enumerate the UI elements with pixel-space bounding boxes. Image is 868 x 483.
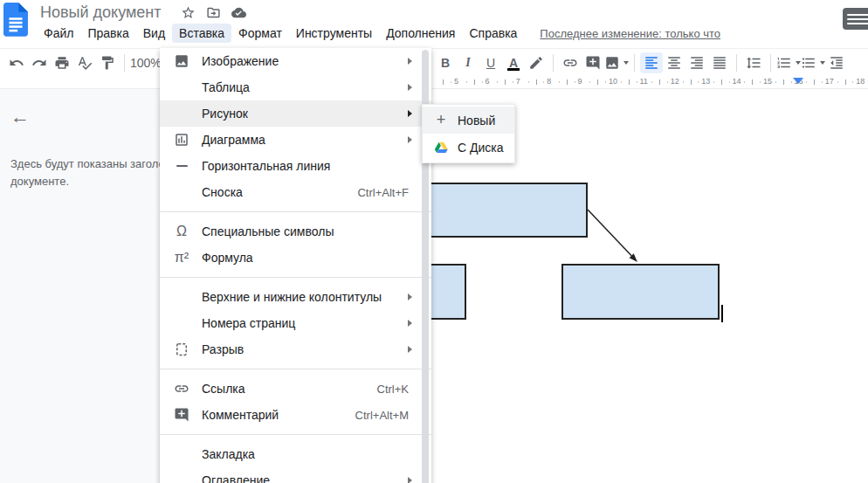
insert-menu-item-диаграмма[interactable]: Диаграмма bbox=[160, 127, 431, 153]
ruler-number: 8 bbox=[547, 77, 551, 86]
ruler-tick bbox=[505, 79, 506, 85]
menu-separator bbox=[160, 369, 431, 369]
menubar-item-формат[interactable]: Формат bbox=[231, 24, 289, 43]
underline-button[interactable]: U bbox=[479, 52, 502, 73]
close-outline-button[interactable]: ← bbox=[10, 108, 30, 126]
menubar-item-правка[interactable]: Правка bbox=[80, 24, 135, 43]
undo-icon bbox=[9, 55, 24, 71]
star-icon[interactable] bbox=[181, 5, 196, 20]
line-spacing-icon[interactable] bbox=[742, 52, 765, 73]
menubar-item-файл[interactable]: Файл bbox=[37, 24, 80, 43]
menu-item-label: Рисунок bbox=[202, 107, 248, 121]
insert-menu-item-горизонтальная-линия[interactable]: Горизонтальная линия bbox=[160, 153, 431, 179]
ruler-number: 5 bbox=[454, 77, 458, 86]
italic-button[interactable]: I bbox=[457, 52, 479, 73]
ruler-tick bbox=[559, 81, 560, 83]
text-cursor bbox=[721, 305, 723, 322]
insert-image-icon[interactable] bbox=[604, 52, 629, 73]
menubar-item-дополнения[interactable]: Дополнения bbox=[379, 24, 462, 43]
ruler-tick bbox=[629, 79, 630, 85]
docs-logo-icon[interactable] bbox=[3, 3, 28, 36]
ruler-tick bbox=[783, 79, 784, 85]
insert-menu-item-сноска[interactable]: СноскаCtrl+Alt+F bbox=[160, 179, 431, 205]
cloud-status-icon[interactable] bbox=[231, 5, 246, 20]
insert-menu-item-рисунок[interactable]: Рисунок bbox=[160, 100, 431, 127]
menu-item-label: Оглавление bbox=[202, 473, 270, 483]
bullet-list-icon[interactable] bbox=[801, 52, 825, 73]
ruler-tick bbox=[775, 81, 776, 83]
highlight-icon[interactable] bbox=[525, 52, 548, 73]
spellcheck-icon[interactable] bbox=[73, 52, 96, 73]
ruler-tick bbox=[659, 79, 660, 85]
insert-menu-item-разрыв[interactable]: Разрыв bbox=[160, 336, 431, 362]
ruler: 56789101112131415161718 bbox=[0, 76, 868, 89]
undo-icon[interactable] bbox=[5, 52, 28, 73]
ruler-tick bbox=[814, 79, 815, 85]
toolbar-separator bbox=[736, 54, 737, 72]
menu-item-label: Комментарий bbox=[202, 408, 279, 422]
numbered-list-icon[interactable] bbox=[776, 52, 801, 73]
paint-format-icon[interactable] bbox=[96, 52, 119, 73]
ruler-tick bbox=[698, 81, 699, 83]
move-folder-icon[interactable] bbox=[206, 5, 221, 20]
menu-separator bbox=[160, 434, 431, 435]
menu-item-label: Номера страниц bbox=[202, 316, 295, 330]
ruler-tick bbox=[667, 81, 668, 83]
insert-menu-item-таблица[interactable]: Таблица bbox=[160, 74, 431, 100]
insert-menu-item-специальные-символы[interactable]: ΩСпециальные символы bbox=[160, 218, 431, 245]
spellcheck-icon bbox=[77, 55, 93, 71]
insert-link-icon[interactable] bbox=[559, 52, 582, 73]
ruler-indent-marker[interactable] bbox=[793, 78, 803, 84]
drawing-submenu: +НовыйС Диска bbox=[422, 104, 515, 163]
insert-menu-item-изображение[interactable]: Изображение bbox=[160, 48, 431, 74]
print-icon bbox=[54, 55, 70, 71]
print-icon[interactable] bbox=[51, 52, 73, 73]
toolbar: 100% BIUA bbox=[0, 48, 868, 77]
submenu-item-label: С Диска bbox=[458, 141, 504, 155]
insert-menu-item-номера-страниц[interactable]: Номера страниц bbox=[160, 310, 431, 336]
ruler-tick bbox=[482, 81, 483, 83]
outline-panel: ← Здесь будут показаны заголо документе. bbox=[0, 89, 162, 483]
submenu-item-label: Новый bbox=[458, 114, 495, 128]
menubar-item-справка[interactable]: Справка bbox=[462, 24, 524, 43]
menu-item-label: Таблица bbox=[202, 80, 250, 94]
drawing-submenu-item-новый[interactable]: +Новый bbox=[423, 107, 514, 134]
insert-menu-item-комментарий[interactable]: КомментарийCtrl+Alt+M bbox=[160, 402, 431, 428]
last-edit-link[interactable]: Последнее изменение: только что bbox=[540, 27, 720, 40]
redo-icon[interactable] bbox=[28, 52, 51, 73]
justify-icon[interactable] bbox=[708, 52, 731, 73]
menu-item-label: Сноска bbox=[202, 185, 243, 199]
horizontal-line-icon bbox=[172, 165, 191, 167]
bold-button[interactable]: B bbox=[434, 52, 457, 73]
submenu-arrow-icon bbox=[408, 136, 412, 143]
insert-menu-item-оглавление[interactable]: Оглавление bbox=[160, 467, 431, 483]
menu-separator bbox=[160, 277, 431, 278]
align-right-icon[interactable] bbox=[685, 52, 708, 73]
insert-menu-item-закладка[interactable]: Закладка bbox=[160, 441, 431, 467]
redo-icon bbox=[31, 55, 47, 71]
ruler-number: 6 bbox=[485, 77, 489, 86]
document-title[interactable]: Новый документ bbox=[40, 3, 162, 22]
menubar-item-инструменты[interactable]: Инструменты bbox=[289, 24, 379, 43]
menubar-item-вид[interactable]: Вид bbox=[136, 24, 172, 43]
toolbar-separator bbox=[553, 54, 554, 72]
insert-menu-item-формула[interactable]: π²Формула bbox=[160, 245, 431, 271]
ruler-tick bbox=[597, 79, 598, 85]
menubar-item-вставка[interactable]: Вставка bbox=[172, 24, 231, 43]
text-color-button[interactable]: A bbox=[502, 52, 525, 73]
submenu-arrow-icon bbox=[408, 293, 412, 300]
outdent-icon[interactable] bbox=[825, 52, 848, 73]
insert-comment-icon[interactable] bbox=[582, 52, 604, 73]
insert-menu-item-ссылка[interactable]: СсылкаCtrl+K bbox=[160, 376, 431, 402]
menu-separator bbox=[160, 211, 431, 212]
ruler-tick bbox=[451, 81, 451, 83]
menus-icon[interactable] bbox=[843, 8, 868, 30]
menu-item-shortcut: Ctrl+Alt+M bbox=[355, 409, 409, 422]
drawing-submenu-item-с-диска[interactable]: С Диска bbox=[423, 134, 514, 161]
drawing-rectangle bbox=[561, 264, 720, 320]
align-left-icon[interactable] bbox=[640, 52, 663, 73]
insert-menu-item-верхние-и-нижние-колонтитулы[interactable]: Верхние и нижние колонтитулы bbox=[160, 284, 431, 310]
ruler-tick bbox=[513, 81, 513, 83]
italic-button-label: I bbox=[465, 56, 470, 70]
align-center-icon[interactable] bbox=[663, 52, 685, 73]
